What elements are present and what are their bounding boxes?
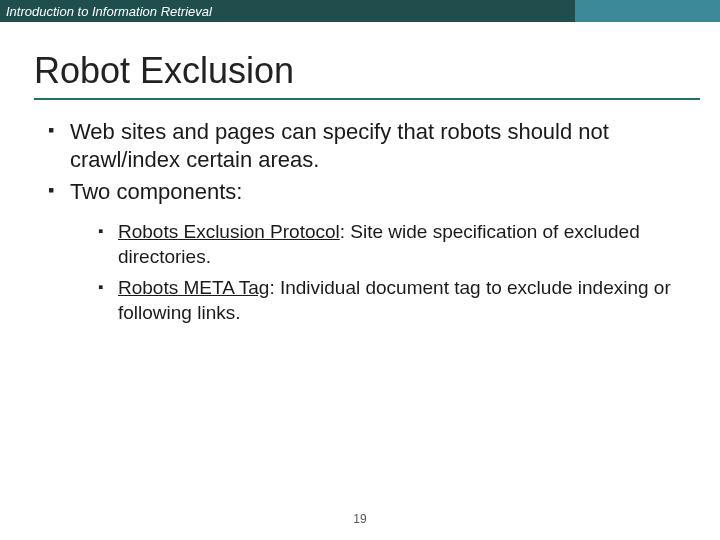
bullet-item: Two components: Robots Exclusion Protoco… [48, 178, 680, 325]
course-title: Introduction to Information Retrieval [0, 4, 212, 19]
content-area: Web sites and pages can specify that rob… [0, 100, 720, 325]
bullet-text: Web sites and pages can specify that rob… [70, 119, 609, 172]
header-bar: Introduction to Information Retrieval [0, 0, 720, 22]
bullet-list: Web sites and pages can specify that rob… [40, 118, 680, 325]
bullet-item: Web sites and pages can specify that rob… [48, 118, 680, 174]
page-number: 19 [0, 512, 720, 526]
sub-bullet-item: Robots META Tag: Individual document tag… [98, 276, 680, 325]
sub-bullet-term: Robots Exclusion Protocol [118, 221, 340, 242]
bullet-text: Two components: [70, 179, 242, 204]
sub-bullet-item: Robots Exclusion Protocol: Site wide spe… [98, 220, 680, 269]
sub-bullet-list: Robots Exclusion Protocol: Site wide spe… [70, 220, 680, 325]
slide-title: Robot Exclusion [0, 22, 720, 98]
header-accent [575, 0, 720, 22]
sub-bullet-term: Robots META Tag [118, 277, 269, 298]
